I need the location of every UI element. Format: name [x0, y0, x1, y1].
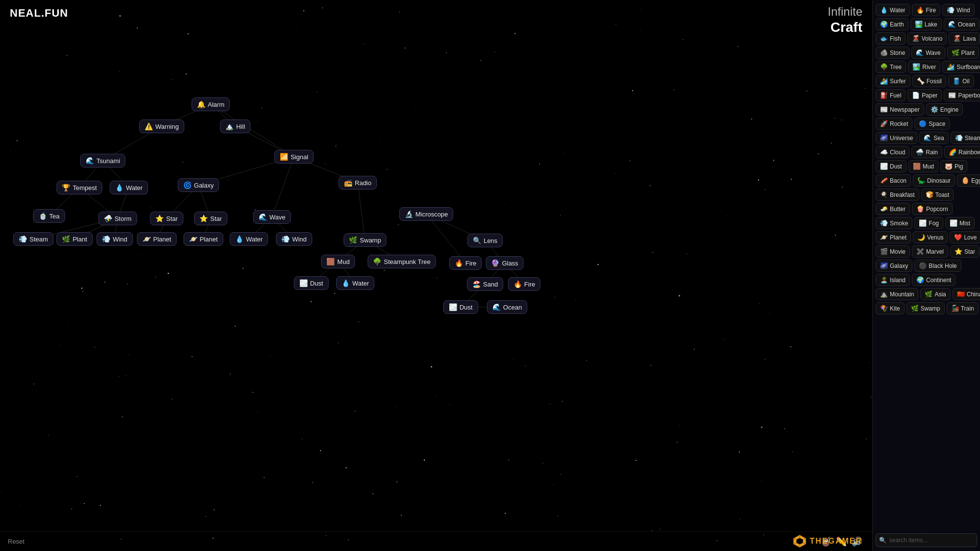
craft-node-lens[interactable]: 🔍Lens [467, 234, 503, 247]
sidebar-item-oil[interactable]: 🛢️Oil [948, 75, 974, 87]
craft-node-water1[interactable]: 💧Water [110, 181, 148, 194]
sidebar-item-galaxy[interactable]: 🌌Galaxy [876, 260, 912, 272]
craft-node-wave[interactable]: 🌊Wave [253, 210, 291, 224]
sidebar-item-asia[interactable]: 🌿Asia [920, 288, 950, 300]
craft-node-plant[interactable]: 🌿Plant [56, 232, 93, 246]
sidebar-item-earth[interactable]: 🌍Earth [876, 18, 908, 30]
sidebar-item-smoke[interactable]: 💨Smoke [876, 217, 912, 229]
item-label: Fossil [927, 78, 942, 85]
sidebar-item-engine[interactable]: ⚙️Engine [926, 103, 963, 116]
sidebar-item-water[interactable]: 💧Water [876, 4, 910, 16]
craft-node-fire1[interactable]: 🔥Fire [449, 256, 482, 270]
sidebar-item-mud[interactable]: 🟫Mud [908, 160, 938, 172]
craft-node-wind2[interactable]: 💨Wind [276, 232, 312, 246]
sidebar-item-dinosaur[interactable]: 🦕Dinosaur [913, 174, 955, 187]
sidebar-item-mist[interactable]: 🌫️Mist [945, 217, 975, 229]
sidebar-item-butter[interactable]: 🧈Butter [876, 203, 910, 215]
sidebar-item-china[interactable]: 🇨🇳China [953, 288, 980, 300]
sidebar-item-rain[interactable]: 🌧️Rain [911, 146, 942, 158]
sidebar-item-space[interactable]: 🔵Space [914, 118, 950, 130]
sidebar-item-dust[interactable]: 🌫️Dust [876, 160, 906, 172]
sidebar-item-ocean[interactable]: 🌊Ocean [944, 18, 980, 30]
sidebar-item-paper[interactable]: 📄Paper [907, 89, 942, 101]
craft-node-signal[interactable]: 📶Signal [274, 150, 314, 164]
sidebar-item-steam[interactable]: 💨Steam [951, 132, 980, 144]
sidebar-item-fog[interactable]: 🌫️Fog [914, 217, 943, 229]
sidebar-item-mountain[interactable]: ⛰️Mountain [876, 288, 918, 300]
sidebar-item-love[interactable]: ❤️Love [950, 231, 980, 243]
craft-node-microscope[interactable]: 🔬Microscope [399, 207, 453, 221]
sidebar-item-lava[interactable]: 🌋Lava [949, 32, 980, 45]
sidebar-row: 💨Smoke🌫️Fog🌫️Mist [876, 217, 977, 229]
node-label: Dust [310, 280, 323, 287]
sidebar-item-surfboard[interactable]: 🏄Surfboard [942, 61, 980, 73]
sidebar-search[interactable]: 🔍 search items... [876, 533, 977, 547]
sidebar-item-black-hole[interactable]: ⚫Black Hole [914, 260, 961, 272]
sidebar-item-universe[interactable]: 🌌Universe [876, 132, 917, 144]
item-label: Popcorn [926, 206, 948, 213]
craft-node-steampunk_tree[interactable]: 🌳Steampunk Tree [368, 255, 436, 268]
sidebar-item-surfer[interactable]: 🏄Surfer [876, 75, 910, 87]
sidebar-item-kite[interactable]: 🪁Kite [876, 302, 905, 314]
sidebar-item-breakfast[interactable]: 🍳Breakfast [876, 189, 919, 201]
sidebar-item-venus[interactable]: 🌙Venus [913, 231, 948, 243]
sidebar-item-star[interactable]: ⭐Star [950, 245, 980, 258]
craft-node-swamp[interactable]: 🌿Swamp [343, 233, 386, 247]
craft-node-wind1[interactable]: 💨Wind [97, 232, 133, 246]
craft-node-mud[interactable]: 🟫Mud [321, 255, 355, 268]
sidebar-item-swamp[interactable]: 🌿Swamp [906, 302, 945, 314]
sidebar-item-bacon[interactable]: 🥓Bacon [876, 174, 911, 187]
craft-node-glass[interactable]: 🔮Glass [486, 256, 523, 270]
reset-button[interactable]: Reset [8, 538, 24, 545]
craft-node-water3[interactable]: 💧Water [336, 276, 374, 290]
sidebar-item-fire[interactable]: 🔥Fire [912, 4, 941, 16]
sidebar-item-continent[interactable]: 🌍Continent [912, 274, 956, 286]
craft-node-dust1[interactable]: 🌫️Dust [294, 276, 329, 290]
sidebar-item-fish[interactable]: 🐟Fish [876, 32, 906, 45]
sidebar-item-planet[interactable]: 🪐Planet [876, 231, 911, 243]
craft-node-hill[interactable]: 🏔️Hill [220, 120, 250, 133]
sidebar-item-popcorn[interactable]: 🍿Popcorn [912, 203, 953, 215]
sidebar-item-rocket[interactable]: 🚀Rocket [876, 118, 912, 130]
sidebar-item-rainbow[interactable]: 🌈Rainbow [944, 146, 980, 158]
craft-node-dust2[interactable]: 🌫️Dust [443, 300, 478, 314]
sidebar-item-cloud[interactable]: ☁️Cloud [876, 146, 909, 158]
sidebar-item-fuel[interactable]: ⛽Fuel [876, 89, 906, 101]
sidebar-item-sea[interactable]: 🌊Sea [919, 132, 948, 144]
craft-node-alarm[interactable]: 🔔Alarm [192, 97, 230, 111]
sidebar-item-marvel[interactable]: ✖️Marvel [912, 245, 948, 258]
sidebar-item-newspaper[interactable]: 📰Newspaper [876, 103, 924, 116]
craft-node-ocean[interactable]: 🌊Ocean [487, 300, 527, 314]
craft-node-sand[interactable]: 🏖️Sand [467, 277, 503, 291]
craft-node-fire2[interactable]: 🔥Fire [508, 277, 540, 291]
craft-node-warning[interactable]: ⚠️Warning [139, 120, 184, 133]
craft-node-planet1[interactable]: 🪐Planet [137, 232, 177, 246]
craft-node-galaxy[interactable]: 🌀Galaxy [178, 178, 219, 192]
craft-node-radio[interactable]: 📻Radio [339, 176, 377, 190]
sidebar-item-movie[interactable]: 🎬Movie [876, 245, 910, 258]
sidebar-item-lake[interactable]: 🏞️Lake [910, 18, 942, 30]
craft-node-tea[interactable]: 🍵Tea [33, 209, 65, 223]
craft-node-storm[interactable]: ⛈️Storm [98, 212, 137, 225]
craft-node-planet2[interactable]: 🪐Planet [184, 232, 223, 246]
sidebar-item-volcano[interactable]: 🌋Volcano [907, 32, 947, 45]
sidebar-item-toast[interactable]: 🍞Toast [921, 189, 954, 201]
sidebar-item-plant[interactable]: 🌿Plant [947, 47, 979, 59]
sidebar-item-egg[interactable]: 🥚Egg [957, 174, 980, 187]
sidebar-item-pig[interactable]: 🐷Pig [940, 160, 967, 172]
sidebar-item-fossil[interactable]: 🦴Fossil [912, 75, 946, 87]
craft-node-water2[interactable]: 💧Water [230, 232, 268, 246]
sidebar-item-river[interactable]: 🏞️River [908, 61, 940, 73]
sidebar-item-wave[interactable]: 🌊Wave [911, 47, 945, 59]
craft-node-tsunami[interactable]: 🌊Tsunami [80, 154, 125, 168]
sidebar-item-train[interactable]: 🚂Train [947, 302, 979, 314]
sidebar-item-tree[interactable]: 🌳Tree [876, 61, 906, 73]
craft-node-steam[interactable]: 💨Steam [13, 232, 53, 246]
sidebar-item-island[interactable]: 🏝️Island [876, 274, 910, 286]
craft-node-star2[interactable]: ⭐Star [194, 212, 227, 225]
craft-node-tempest[interactable]: 🏆Tempest [56, 181, 102, 194]
craft-node-star1[interactable]: ⭐Star [150, 212, 183, 225]
sidebar-item-wind[interactable]: 💨Wind [942, 4, 974, 16]
sidebar-item-stone[interactable]: 🪨Stone [876, 47, 909, 59]
sidebar-item-paperboy[interactable]: 📰Paperboy [944, 89, 980, 101]
